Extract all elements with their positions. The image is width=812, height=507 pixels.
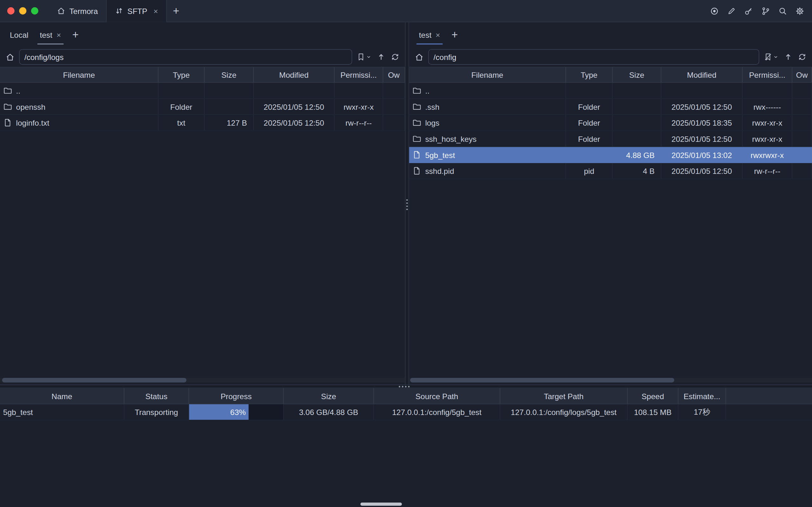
file-row[interactable]: .ssh Folder 2025/01/05 12:50 rwx------ — [409, 99, 812, 115]
column-header-permissions[interactable]: Permissi... — [335, 67, 383, 82]
file-row[interactable]: logs Folder 2025/01/05 18:35 rwxr-xr-x — [409, 115, 812, 131]
transfer-progress-bar: 63% — [189, 404, 284, 420]
file-row[interactable]: .. — [0, 83, 405, 99]
left-horizontal-scrollbar — [0, 378, 405, 383]
file-type: txt — [158, 115, 205, 130]
left-pane-tab-bar: Local test × + — [0, 22, 405, 47]
home-icon — [57, 7, 65, 15]
file-permissions: rwxr-xr-x — [743, 115, 792, 130]
keys-button[interactable] — [744, 6, 753, 15]
edit-button[interactable] — [727, 6, 736, 15]
file-row[interactable]: loginfo.txt txt 127 B 2025/01/05 12:50 r… — [0, 115, 405, 131]
transfer-row[interactable]: 5gb_test Transporting 63% 3.06 GB/4.88 G… — [0, 404, 812, 420]
column-header-permissions[interactable]: Permissi... — [743, 67, 792, 82]
pane-tab-test[interactable]: test × — [413, 22, 446, 47]
search-icon — [778, 6, 787, 15]
file-owner — [383, 115, 405, 130]
tab-termora[interactable]: Termora — [49, 0, 106, 22]
scrollbar-thumb[interactable] — [2, 378, 187, 383]
close-icon[interactable]: × — [56, 31, 61, 38]
pane-tab-local[interactable]: Local — [4, 22, 34, 47]
file-size — [205, 83, 254, 98]
file-row[interactable]: sshd.pid pid 4 B 2025/01/05 12:50 rw-r--… — [409, 163, 812, 179]
transfers-splitter[interactable] — [0, 385, 812, 388]
column-header-filename[interactable]: Filename — [0, 67, 158, 82]
column-header-owner[interactable]: Ow — [792, 67, 812, 82]
bookmark-button[interactable] — [357, 53, 371, 61]
transfer-status: Transporting — [124, 404, 189, 420]
pane-splitter[interactable] — [405, 22, 409, 385]
file-owner — [792, 99, 812, 115]
file-permissions — [743, 83, 792, 98]
close-icon[interactable]: × — [153, 7, 158, 15]
new-tab-button[interactable]: + — [167, 0, 186, 22]
zoom-window-button[interactable] — [31, 7, 39, 15]
file-type: Folder — [566, 99, 613, 115]
pane-tab-test[interactable]: test × — [34, 22, 67, 47]
file-row-selected[interactable]: 5gb_test 4.88 GB 2025/01/05 13:02 rwxrwx… — [409, 147, 812, 163]
column-header-target-path[interactable]: Target Path — [500, 388, 628, 404]
refresh-button[interactable] — [391, 53, 399, 61]
git-button[interactable] — [761, 6, 770, 15]
chevron-down-icon — [366, 54, 371, 59]
home-button[interactable] — [415, 53, 424, 62]
column-header-type[interactable]: Type — [566, 67, 613, 82]
path-input[interactable] — [19, 49, 352, 65]
column-header-size[interactable]: Size — [284, 388, 374, 404]
column-header-size[interactable]: Size — [613, 67, 661, 82]
file-row[interactable]: ssh_host_keys Folder 2025/01/05 12:50 rw… — [409, 131, 812, 147]
scrollbar-thumb[interactable] — [410, 378, 674, 383]
path-input[interactable] — [428, 49, 759, 65]
new-pane-tab-button[interactable]: + — [446, 22, 464, 47]
file-modified — [254, 83, 334, 98]
column-header-size[interactable]: Size — [205, 67, 254, 82]
tab-sftp[interactable]: SFTP × — [106, 0, 167, 22]
column-header-modified[interactable]: Modified — [661, 67, 743, 82]
file-size: 4.88 GB — [613, 147, 661, 162]
minimize-window-button[interactable] — [19, 7, 26, 15]
file-size: 127 B — [205, 115, 254, 130]
bookmark-icon — [357, 53, 365, 61]
tab-sftp-label: SFTP — [127, 6, 147, 15]
transfer-speed: 108.15 MB — [628, 404, 679, 420]
column-header-speed[interactable]: Speed — [628, 388, 679, 404]
close-icon[interactable]: × — [436, 31, 440, 38]
column-header-owner[interactable]: Ow — [383, 67, 405, 82]
parent-directory-button[interactable] — [784, 53, 792, 61]
settings-icon — [796, 6, 804, 15]
file-name: .. — [16, 86, 21, 95]
file-row[interactable]: .. — [409, 83, 812, 99]
file-type — [566, 147, 613, 162]
splitter-grip — [399, 386, 410, 387]
arrow-up-icon — [377, 53, 385, 61]
home-button[interactable] — [6, 53, 15, 62]
titlebar-toolbar — [710, 0, 812, 22]
bottom-scrollbar-thumb[interactable] — [360, 503, 402, 506]
column-header-estimate[interactable]: Estimate... — [679, 388, 726, 404]
record-button[interactable] — [710, 6, 719, 15]
right-path-actions — [764, 53, 806, 61]
refresh-button[interactable] — [798, 53, 806, 61]
file-size: 4 B — [613, 163, 661, 179]
column-header-modified[interactable]: Modified — [254, 67, 334, 82]
transfers-panel: Name Status Progress Size Source Path Ta… — [0, 388, 812, 507]
record-icon — [710, 6, 719, 15]
right-pathbar — [409, 47, 812, 67]
column-header-name[interactable]: Name — [0, 388, 124, 404]
column-header-status[interactable]: Status — [124, 388, 189, 404]
column-header-progress[interactable]: Progress — [189, 388, 284, 404]
bookmark-button[interactable] — [764, 53, 778, 61]
search-button[interactable] — [778, 6, 787, 15]
file-owner — [792, 115, 812, 130]
file-name: logs — [425, 118, 439, 127]
file-modified: 2025/01/05 12:50 — [661, 163, 743, 179]
column-header-filename[interactable]: Filename — [409, 67, 566, 82]
file-name: loginfo.txt — [16, 118, 50, 127]
column-header-type[interactable]: Type — [158, 67, 205, 82]
new-pane-tab-button[interactable]: + — [67, 22, 84, 47]
parent-directory-button[interactable] — [377, 53, 385, 61]
settings-button[interactable] — [796, 6, 804, 15]
column-header-source-path[interactable]: Source Path — [374, 388, 500, 404]
close-window-button[interactable] — [7, 7, 15, 15]
file-row[interactable]: openssh Folder 2025/01/05 12:50 rwxr-xr-… — [0, 99, 405, 115]
